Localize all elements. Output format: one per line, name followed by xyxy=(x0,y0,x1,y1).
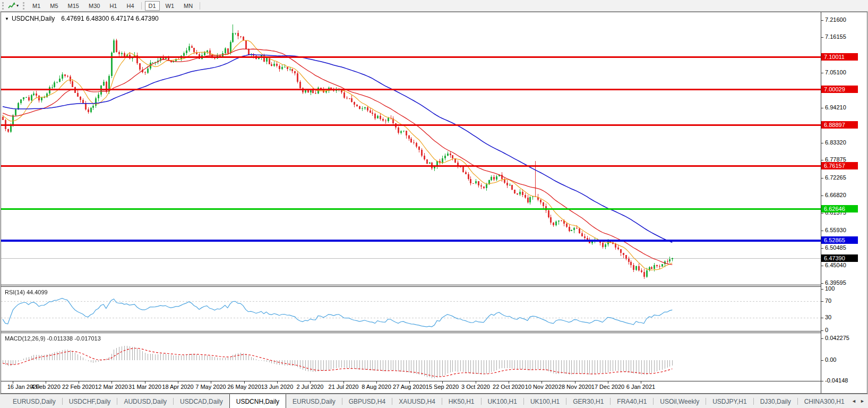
toolbar-separator xyxy=(200,2,200,10)
price-tick-label: 6.45040 xyxy=(825,262,846,268)
price-tick xyxy=(821,20,823,21)
price-tick xyxy=(821,108,823,108)
price-tick xyxy=(821,73,823,73)
rsi-tick xyxy=(821,301,823,302)
tab-dj30-daily[interactable]: DJ30,Daily xyxy=(754,394,797,408)
tab-audusd-daily[interactable]: AUDUSD,Daily xyxy=(117,394,173,408)
rsi-tick xyxy=(821,330,823,331)
panel-separator[interactable] xyxy=(1,331,821,332)
price-tick-label: 6.50485 xyxy=(825,244,846,251)
tab-usdcnh-daily[interactable]: USDCNH,Daily xyxy=(229,394,286,408)
chart-symbol: USDCNH,Daily xyxy=(12,15,55,22)
timeframe-button-d1[interactable]: D1 xyxy=(145,1,160,11)
price-tick xyxy=(821,143,823,143)
timeframe-button-m15[interactable]: M15 xyxy=(64,1,83,11)
rsi-tick xyxy=(821,318,823,318)
macd-tick-label: -0.04148 xyxy=(825,377,848,384)
rsi-tick-label: 0 xyxy=(825,327,828,333)
chart-window: ▼USDCNH,Daily6.47691 6.48300 6.47174 6.4… xyxy=(1,12,867,394)
timeframe-button-m30[interactable]: M30 xyxy=(85,1,104,11)
tabs-scroll-right-icon[interactable]: ► xyxy=(860,398,865,404)
rsi-tick-label: 30 xyxy=(825,314,831,320)
price-tick-label: 6.94210 xyxy=(825,104,846,110)
price-tick xyxy=(821,283,823,284)
price-tick xyxy=(821,213,823,214)
price-tick xyxy=(821,231,823,231)
toolbar-grip-2[interactable] xyxy=(23,2,24,10)
chart-ohlc-values: 6.47691 6.48300 6.47174 6.47390 xyxy=(61,15,159,22)
rsi-tick-label: 70 xyxy=(825,298,831,304)
price-level-badge: 7.00029 xyxy=(821,86,858,93)
price-tick-label: 7.21600 xyxy=(825,16,846,23)
price-tick xyxy=(821,248,823,249)
timeframe-button-w1[interactable]: W1 xyxy=(162,1,178,11)
symbol-dropdown-icon[interactable]: ▼ xyxy=(5,16,9,21)
tab-eurusd-daily[interactable]: EURUSD,Daily xyxy=(286,394,342,408)
tab-hk50-h1[interactable]: HK50,H1 xyxy=(442,394,481,408)
timeframe-button-group: M1M5M15M30H1H4D1W1MN xyxy=(28,1,202,11)
macd-tick xyxy=(821,360,823,361)
tab-usdchf-daily[interactable]: USDCHF,Daily xyxy=(63,394,117,408)
price-level-badge: 6.47390 xyxy=(821,254,858,262)
timeframe-button-h4[interactable]: H4 xyxy=(123,1,137,11)
chart-tabs: EURUSD,DailyUSDCHF,DailyAUDUSD,DailyUSDC… xyxy=(0,394,849,408)
tab-ger30-h1[interactable]: GER30,H1 xyxy=(566,394,610,408)
price-level-badge: 6.88897 xyxy=(821,121,858,129)
price-level-badge: 6.62646 xyxy=(821,205,858,212)
rsi-label: RSI(14) 44.4099 xyxy=(5,289,48,295)
macd-tick-label: 0.042275 xyxy=(825,335,849,341)
price-axis-border xyxy=(821,12,821,393)
tab-china300-h1[interactable]: CHINA300,H1 xyxy=(798,394,849,408)
price-level-badge: 6.52865 xyxy=(821,236,858,244)
macd-tick-label: 0.00 xyxy=(825,356,836,363)
price-tick xyxy=(821,160,823,160)
chart-tool-icon[interactable] xyxy=(8,2,15,10)
price-tick-label: 6.66820 xyxy=(825,192,846,198)
macd-tick xyxy=(821,338,823,339)
tab-xauusd-h4[interactable]: XAUUSD,H4 xyxy=(392,394,442,408)
price-level-badge: 6.76157 xyxy=(821,162,858,169)
price-tick xyxy=(821,178,823,178)
chart-tab-bar: EURUSD,DailyUSDCHF,DailyAUDUSD,DailyUSDC… xyxy=(0,394,868,408)
tab-eurusd-daily[interactable]: EURUSD,Daily xyxy=(6,394,62,408)
chart-title: ▼USDCNH,Daily6.47691 6.48300 6.47174 6.4… xyxy=(5,15,159,22)
toolbar-overflow-caret-icon[interactable]: ▾ xyxy=(16,3,19,8)
price-tick-label: 7.16155 xyxy=(825,33,846,40)
rsi-tick-label: 100 xyxy=(825,285,835,292)
price-tick-label: 6.55930 xyxy=(825,227,846,233)
date-axis-border xyxy=(1,381,821,381)
tab-fra40-h1[interactable]: FRA40,H1 xyxy=(611,394,653,408)
timeframe-button-h1[interactable]: H1 xyxy=(106,1,121,11)
timeframe-button-m1[interactable]: M1 xyxy=(29,1,44,11)
macd-tick xyxy=(821,381,823,381)
top-toolbar: ▾ M1M5M15M30H1H4D1W1MN xyxy=(0,0,868,12)
panel-separator[interactable] xyxy=(1,285,821,285)
tab-uk100-h1[interactable]: UK100,H1 xyxy=(524,394,566,408)
main-chart-canvas[interactable] xyxy=(1,12,821,285)
rsi-tick xyxy=(821,289,823,290)
tab-uk100-h1[interactable]: UK100,H1 xyxy=(482,394,523,408)
price-tick-label: 7.05100 xyxy=(825,69,846,75)
price-tick-label: 6.83320 xyxy=(825,139,846,146)
tab-usoil-weekly[interactable]: USOil,Weekly xyxy=(654,394,706,408)
timeframe-button-mn[interactable]: MN xyxy=(180,1,196,11)
price-tick xyxy=(821,266,823,266)
tab-gbpusd-h4[interactable]: GBPUSD,H4 xyxy=(342,394,392,408)
price-tick xyxy=(821,196,823,196)
macd-label: MACD(12,26,9) -0.011338 -0.017013 xyxy=(5,335,101,342)
price-tick xyxy=(821,37,823,38)
tabs-scroll-left-icon[interactable]: ◄ xyxy=(852,398,856,404)
price-tick-label: 6.72265 xyxy=(825,174,846,181)
toolbar-separator xyxy=(141,2,142,10)
tab-usdjpy-h1[interactable]: USDJPY,H1 xyxy=(706,394,753,408)
timeframe-button-m5[interactable]: M5 xyxy=(46,1,62,11)
tab-usdcad-daily[interactable]: USDCAD,Daily xyxy=(174,394,229,408)
rsi-canvas[interactable] xyxy=(1,287,821,331)
date-tick-label: 6 Jan 2021 xyxy=(620,384,662,390)
price-level-badge: 7.10011 xyxy=(821,53,858,61)
macd-canvas[interactable] xyxy=(1,333,821,381)
toolbar-grip[interactable] xyxy=(2,2,4,10)
